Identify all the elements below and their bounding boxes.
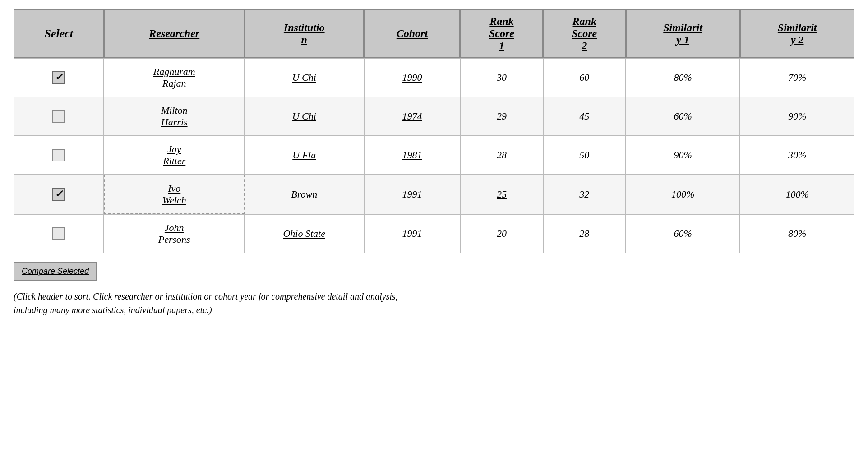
cohort-cell[interactable]: 1990	[364, 58, 461, 97]
institution-cell[interactable]: U Chi	[245, 97, 364, 136]
rank-score-1-cell: 20	[460, 214, 543, 253]
institution-cell[interactable]: U Chi	[245, 58, 364, 97]
rank-score-2-cell: 60	[543, 58, 626, 97]
institution-link[interactable]: Ohio State	[283, 228, 325, 239]
researcher-link[interactable]: JohnPersons	[158, 222, 190, 245]
table-row: MiltonHarrisU Chi1974294560%90%	[14, 97, 854, 136]
header-rank-score-1[interactable]: RankScore1	[460, 9, 543, 58]
compare-selected-button[interactable]: Compare Selected	[14, 262, 97, 281]
rank-score-2-cell: 50	[543, 136, 626, 175]
checkbox-unchecked[interactable]	[52, 110, 65, 123]
select-cell[interactable]	[14, 136, 104, 175]
rank-score-1-cell: 29	[460, 97, 543, 136]
select-cell[interactable]	[14, 97, 104, 136]
select-cell[interactable]	[14, 214, 104, 253]
cohort-link[interactable]: 1981	[402, 149, 422, 161]
header-similarity-2[interactable]: Similarity 2	[740, 9, 854, 58]
researcher-link[interactable]: MiltonHarris	[161, 105, 188, 128]
researcher-cell[interactable]: JayRitter	[104, 136, 244, 175]
similarity-1-cell: 60%	[626, 97, 740, 136]
institution-link[interactable]: U Fla	[292, 149, 316, 161]
similarity-1-cell: 60%	[626, 214, 740, 253]
similarity-2-cell: 80%	[740, 214, 854, 253]
researcher-link[interactable]: JayRitter	[163, 143, 185, 166]
cohort-cell[interactable]: 1974	[364, 97, 461, 136]
cohort-link[interactable]: 1990	[402, 72, 422, 83]
header-institution[interactable]: Institution	[245, 9, 364, 58]
checkbox-checked[interactable]	[52, 71, 65, 84]
select-cell[interactable]	[14, 175, 104, 214]
header-cohort[interactable]: Cohort	[364, 9, 461, 58]
researcher-cell[interactable]: JohnPersons	[104, 214, 244, 253]
cohort-cell[interactable]: 1981	[364, 136, 461, 175]
researchers-table: Select Researcher Institution Cohort Ran…	[14, 9, 854, 253]
table-row: IvoWelchBrown19912532100%100%	[14, 175, 854, 214]
researcher-link[interactable]: RaghuramRajan	[153, 66, 195, 89]
table-row: JohnPersonsOhio State1991202860%80%	[14, 214, 854, 253]
rank-score-1-cell: 30	[460, 58, 543, 97]
checkbox-unchecked[interactable]	[52, 227, 65, 240]
cohort-link[interactable]: 1974	[402, 111, 422, 122]
similarity-2-cell: 70%	[740, 58, 854, 97]
institution-link[interactable]: U Chi	[292, 111, 316, 122]
rank-score-2-cell: 45	[543, 97, 626, 136]
researcher-link[interactable]: IvoWelch	[162, 183, 186, 206]
table-row: RaghuramRajanU Chi1990306080%70%	[14, 58, 854, 97]
header-rank-score-2[interactable]: RankScore2	[543, 9, 626, 58]
header-similarity-1[interactable]: Similarity 1	[626, 9, 740, 58]
similarity-1-cell: 90%	[626, 136, 740, 175]
institution-cell[interactable]: Ohio State	[245, 214, 364, 253]
similarity-1-cell: 100%	[626, 175, 740, 214]
researcher-cell[interactable]: RaghuramRajan	[104, 58, 244, 97]
institution-link[interactable]: U Chi	[292, 72, 316, 83]
similarity-1-cell: 80%	[626, 58, 740, 97]
header-select[interactable]: Select	[14, 9, 104, 58]
checkbox-checked[interactable]	[52, 188, 65, 201]
rank-score-2-cell: 28	[543, 214, 626, 253]
checkbox-unchecked[interactable]	[52, 149, 65, 161]
similarity-2-cell: 100%	[740, 175, 854, 214]
researcher-cell[interactable]: IvoWelch	[104, 175, 244, 214]
select-cell[interactable]	[14, 58, 104, 97]
similarity-2-cell: 30%	[740, 136, 854, 175]
header-researcher[interactable]: Researcher	[104, 9, 244, 58]
footer-note: (Click header to sort. Click researcher …	[14, 290, 420, 317]
cohort-cell[interactable]: 1991	[364, 175, 461, 214]
cohort-cell[interactable]: 1991	[364, 214, 461, 253]
institution-cell[interactable]: U Fla	[245, 136, 364, 175]
similarity-2-cell: 90%	[740, 97, 854, 136]
institution-cell[interactable]: Brown	[245, 175, 364, 214]
table-row: JayRitterU Fla1981285090%30%	[14, 136, 854, 175]
researcher-cell[interactable]: MiltonHarris	[104, 97, 244, 136]
rank-score-2-cell: 32	[543, 175, 626, 214]
rank-score-1-cell: 25	[460, 175, 543, 214]
rank-score-1-cell: 28	[460, 136, 543, 175]
